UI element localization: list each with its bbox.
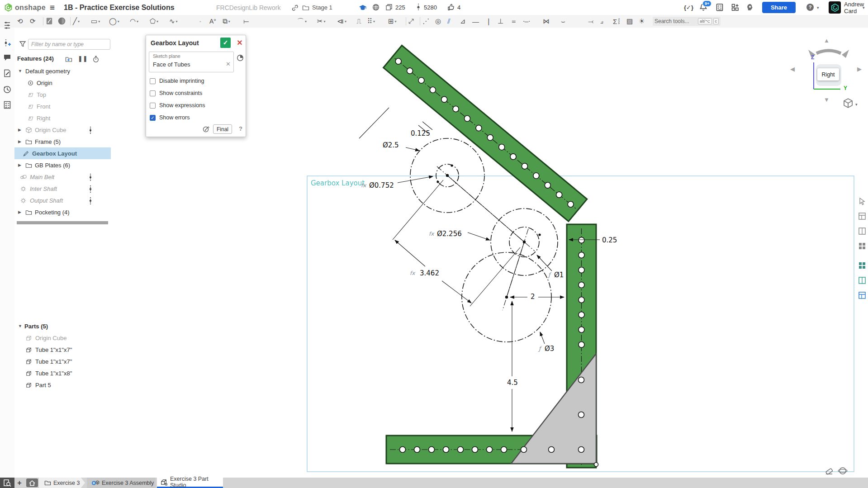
projection-constraint-icon[interactable]: ☀ bbox=[639, 15, 645, 28]
fillet-tool-icon[interactable]: ⌒▾ bbox=[297, 15, 307, 28]
checkbox-show-constraints[interactable]: Show constraints bbox=[150, 89, 240, 97]
avatar[interactable] bbox=[829, 1, 841, 14]
clear-selection-icon[interactable]: ✕ bbox=[226, 61, 231, 67]
confirm-check-button[interactable]: ✓ bbox=[220, 38, 231, 48]
symmetric-constraint-icon[interactable]: ⋈ bbox=[543, 15, 550, 28]
suppress-pause-icon[interactable]: ❚❚ bbox=[78, 55, 88, 62]
fix-constraint-icon[interactable]: ▨ bbox=[626, 15, 633, 28]
panel-grid-icon[interactable] bbox=[858, 242, 867, 251]
perpendicular-constraint-icon[interactable]: ⊥ bbox=[498, 15, 503, 28]
panel-table-icon[interactable] bbox=[858, 212, 867, 221]
filter-input[interactable] bbox=[28, 39, 110, 50]
normal-constraint-icon[interactable]: ⤙ bbox=[588, 15, 593, 28]
horizontal-constraint-icon[interactable]: — bbox=[472, 15, 479, 28]
feature-row-frame[interactable]: ▶ Frame (5) bbox=[14, 136, 111, 147]
feature-list-panel-icon[interactable] bbox=[3, 21, 12, 30]
feature-row-origin-cube[interactable]: ▶ Origin Cube bbox=[14, 124, 111, 136]
chevron-right-icon[interactable]: ▶ bbox=[18, 128, 21, 132]
text-tool-icon[interactable]: A° bbox=[209, 15, 216, 28]
feature-row-front[interactable]: Front bbox=[14, 100, 111, 112]
tasks-icon[interactable] bbox=[716, 3, 724, 11]
eraser-icon[interactable] bbox=[824, 466, 834, 476]
feature-row-top[interactable]: Top bbox=[14, 89, 111, 100]
notes-panel-icon[interactable] bbox=[3, 69, 12, 78]
final-button[interactable]: Final bbox=[213, 124, 232, 134]
panel-appearance-icon[interactable] bbox=[858, 276, 867, 285]
face-tool-icon[interactable] bbox=[57, 17, 66, 25]
feature-row-right[interactable]: Right bbox=[14, 112, 111, 124]
curvature-constraint-icon[interactable]: ⌣ bbox=[561, 15, 565, 28]
sketch-tool-icon[interactable] bbox=[45, 17, 54, 25]
chevron-down-icon[interactable]: ▼ bbox=[18, 324, 22, 328]
sketch-origin-point[interactable] bbox=[594, 463, 598, 467]
filter-icon[interactable] bbox=[19, 40, 26, 47]
breadcrumb-folder[interactable]: Stage 1 bbox=[312, 0, 332, 15]
comments-panel-icon[interactable] bbox=[3, 53, 12, 62]
offset-tool-icon[interactable]: ⧏▾ bbox=[337, 15, 346, 28]
feature-row-pocketing[interactable]: ▶ Pocketing (4) bbox=[14, 206, 111, 218]
apps-icon[interactable] bbox=[731, 3, 739, 11]
user-caret-icon[interactable]: ▾ bbox=[863, 0, 865, 15]
home-tab-button[interactable] bbox=[26, 479, 38, 487]
variables-panel-icon[interactable] bbox=[3, 38, 12, 47]
checkbox-icon[interactable] bbox=[150, 78, 156, 84]
cancel-x-button[interactable]: ✕ bbox=[235, 38, 244, 48]
chevron-down-icon[interactable]: ▼ bbox=[18, 69, 22, 73]
pattern-tool-icon[interactable]: ⠿▾ bbox=[367, 15, 375, 28]
checkbox-icon[interactable] bbox=[150, 90, 156, 96]
link-icon[interactable] bbox=[291, 4, 299, 11]
panel-bom-icon[interactable] bbox=[858, 291, 867, 300]
point-tool-icon[interactable]: ◦ bbox=[199, 15, 201, 28]
checkbox-show-errors[interactable]: ✓ Show errors bbox=[150, 114, 240, 122]
gusset-plate[interactable] bbox=[511, 354, 596, 464]
chevron-right-icon[interactable]: ▶ bbox=[18, 163, 21, 167]
circle-tool-icon[interactable]: ◯▾ bbox=[109, 15, 119, 28]
line-tool-icon[interactable]: ╱▾ bbox=[73, 15, 80, 28]
history-panel-icon[interactable] bbox=[3, 85, 12, 94]
part-row-part5[interactable]: Part 5 bbox=[14, 379, 111, 391]
rotate-up-icon[interactable]: ▲ bbox=[824, 37, 830, 44]
help-caret-icon[interactable]: ▾ bbox=[817, 0, 819, 15]
parallel-constraint-icon[interactable]: ⫽ bbox=[447, 15, 451, 28]
copies-icon[interactable] bbox=[385, 4, 393, 11]
panel-columns-icon[interactable] bbox=[858, 227, 867, 236]
usage-icon[interactable] bbox=[417, 3, 420, 11]
new-folder-icon[interactable] bbox=[65, 56, 72, 63]
feature-row-default-geometry[interactable]: ▼ Default geometry bbox=[14, 65, 111, 77]
chevron-right-icon[interactable]: ▶ bbox=[18, 210, 21, 214]
panel-material-icon[interactable] bbox=[858, 261, 867, 270]
select-cursor-icon[interactable] bbox=[858, 197, 867, 206]
arc-tool-icon[interactable]: ◠▾ bbox=[130, 15, 138, 28]
part-row-tube2[interactable]: Tube 1"x1"x7" bbox=[14, 355, 111, 367]
feature-row-main-belt[interactable]: Main Belt bbox=[14, 171, 111, 183]
pierce-constraint-icon[interactable]: ⟓ bbox=[600, 15, 603, 28]
equal-constraint-icon[interactable]: ＝ bbox=[510, 15, 517, 28]
cutlist-panel-icon[interactable] bbox=[3, 100, 12, 109]
vertical-constraint-icon[interactable]: ❘ bbox=[486, 15, 492, 28]
view-cube-face-label[interactable]: Right bbox=[817, 68, 839, 81]
parts-header-row[interactable]: ▼ Parts (5) bbox=[14, 320, 111, 332]
main-menu-icon[interactable]: ≡ bbox=[50, 0, 55, 15]
slot-tool-icon[interactable]: ⎍ bbox=[356, 15, 361, 28]
sketch-options-icon[interactable] bbox=[202, 125, 210, 133]
versions-icon[interactable]: {✓} bbox=[684, 0, 693, 15]
polygon-tool-icon[interactable]: ⬠▾ bbox=[150, 15, 158, 28]
perspective-icon[interactable] bbox=[838, 466, 848, 476]
checkbox-disable-imprinting[interactable]: Disable imprinting bbox=[150, 77, 240, 85]
measure-icon[interactable]: ⤢ bbox=[408, 15, 414, 28]
share-button[interactable]: Share bbox=[762, 2, 796, 13]
sketch-plane-field[interactable]: Sketch plane Face of Tubes ✕ bbox=[149, 52, 234, 72]
search-tools-input[interactable]: Search tools... alt/⌥ c bbox=[653, 17, 721, 26]
help-icon[interactable]: ? bbox=[806, 4, 814, 11]
image-tool-icon[interactable]: ⊞▾ bbox=[388, 15, 397, 28]
rotate-left-icon[interactable]: ◀ bbox=[790, 66, 795, 72]
undo-icon[interactable]: ⟲ bbox=[17, 15, 23, 28]
onshape-logo-icon[interactable] bbox=[4, 3, 13, 12]
spline-tool-icon[interactable]: ∿▾ bbox=[169, 15, 178, 28]
feature-row-inter-shaft[interactable]: Inter Shaft bbox=[14, 183, 111, 194]
part-row-tube1[interactable]: Tube 1"x1"x7" bbox=[14, 344, 111, 355]
rollback-timer-icon[interactable] bbox=[92, 56, 100, 63]
chevron-right-icon[interactable]: ▶ bbox=[18, 139, 21, 144]
checkbox-show-expressions[interactable]: Show expressions bbox=[150, 101, 240, 109]
feature-row-origin[interactable]: Origin bbox=[14, 77, 111, 89]
